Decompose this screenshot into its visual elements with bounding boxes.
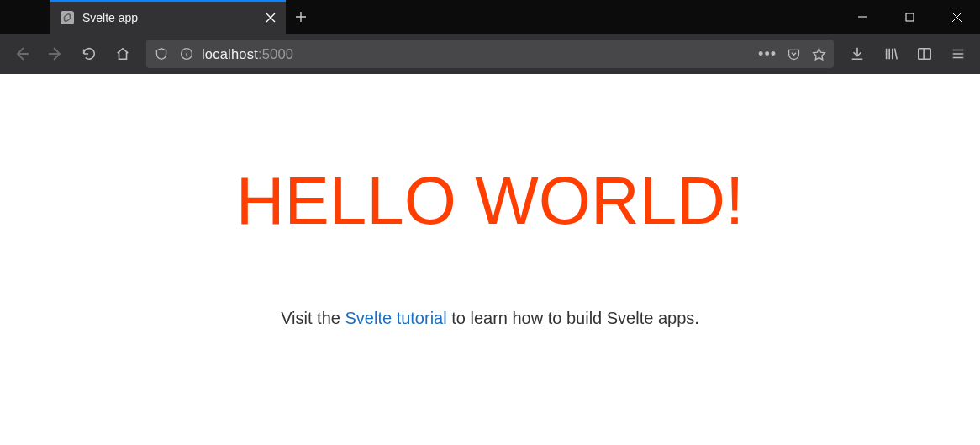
browser-titlebar: Svelte app [0, 0, 980, 34]
window-close-button[interactable] [933, 0, 980, 34]
page-heading: HELLO WORLD! [236, 162, 745, 240]
sidebar-button[interactable] [909, 39, 940, 69]
new-tab-button[interactable] [286, 0, 316, 34]
url-host: localhost [202, 46, 258, 61]
page-paragraph: Visit the Svelte tutorial to learn how t… [281, 309, 699, 328]
pocket-icon[interactable] [783, 44, 803, 64]
paragraph-text-before: Visit the [281, 309, 345, 327]
url-text: localhost:5000 [202, 46, 293, 62]
app-menu-button[interactable] [943, 39, 973, 69]
downloads-button[interactable] [842, 39, 872, 69]
url-port: :5000 [258, 46, 293, 61]
forward-button[interactable] [40, 39, 71, 69]
svelte-favicon-icon [61, 11, 74, 24]
svg-rect-0 [906, 13, 914, 21]
library-button[interactable] [876, 39, 906, 69]
browser-toolbar: localhost:5000 ••• [0, 34, 980, 74]
url-actions: ••• [758, 44, 829, 64]
paragraph-text-after: to learn how to build Svelte apps. [447, 309, 699, 327]
page-actions-icon[interactable]: ••• [758, 45, 778, 63]
tab-strip: Svelte app [0, 0, 316, 34]
home-button[interactable] [108, 39, 138, 69]
reload-button[interactable] [74, 39, 104, 69]
info-icon[interactable] [177, 44, 197, 64]
tab-close-button[interactable] [262, 9, 279, 26]
back-button[interactable] [7, 39, 37, 69]
address-bar[interactable]: localhost:5000 ••• [146, 40, 834, 68]
window-maximize-button[interactable] [886, 0, 933, 34]
svg-rect-2 [919, 49, 930, 60]
window-minimize-button[interactable] [839, 0, 886, 34]
tab-title: Svelte app [82, 11, 254, 24]
browser-tab-active[interactable]: Svelte app [50, 0, 286, 34]
page-content: HELLO WORLD! Visit the Svelte tutorial t… [0, 74, 980, 445]
window-controls [839, 0, 980, 34]
bookmark-star-icon[interactable] [809, 44, 829, 64]
shield-icon[interactable] [151, 44, 171, 64]
svelte-tutorial-link[interactable]: Svelte tutorial [345, 309, 446, 327]
